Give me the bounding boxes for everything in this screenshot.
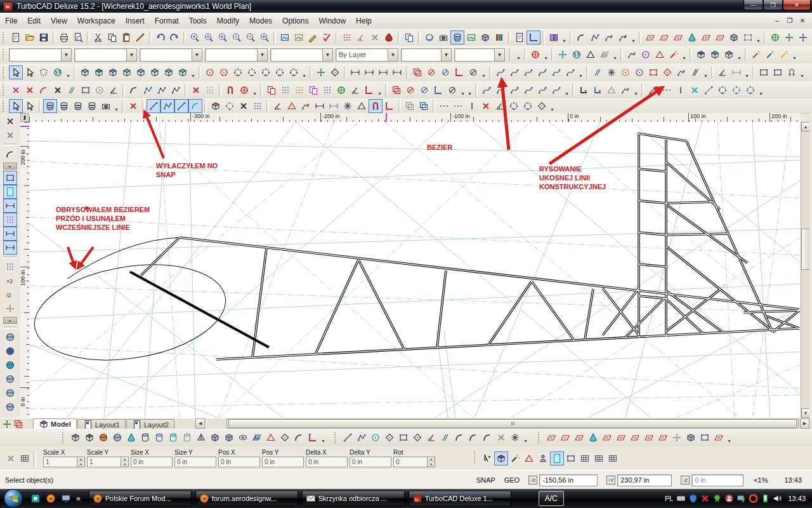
toolbar-icon-cu-t[interactable] <box>92 65 106 79</box>
toolbar-icon-s3-d[interactable] <box>3 372 17 386</box>
property-combo-1[interactable]: ▼ <box>74 48 137 62</box>
tray-opera-icon[interactable] <box>749 494 758 504</box>
toolbar-icon-cn[interactable] <box>586 431 600 444</box>
toolbar-icon-an-g[interactable] <box>354 30 368 44</box>
toolbar-icon-qq-r[interactable] <box>424 65 438 79</box>
toolbar-icon-bz-3[interactable] <box>535 65 549 79</box>
toolbar-expand-icon[interactable]: ▾ <box>726 431 733 444</box>
x-coordinate-field[interactable]: -150,56 in <box>539 474 598 486</box>
toolbar-icon-xx-g[interactable] <box>368 30 382 44</box>
field-input-size-x[interactable]: 0 in <box>131 457 173 467</box>
toolbar-icon-pa-q[interactable] <box>299 99 313 113</box>
toolbar-icon-mgn[interactable] <box>369 99 383 113</box>
toolbar-icon-wp-m[interactable] <box>656 431 670 444</box>
toolbar-icon-gl[interactable] <box>51 65 65 79</box>
toolbar-icon-ci-g[interactable] <box>93 83 107 97</box>
toolbar-icon-gr3[interactable] <box>250 431 264 444</box>
toolbar-icon-di-w[interactable] <box>327 99 341 113</box>
toolbar-icon-s3-c[interactable] <box>3 358 17 372</box>
toolbar-icon-pa-r[interactable] <box>625 48 639 62</box>
toolbar-icon-na[interactable] <box>480 451 494 465</box>
field-spinner[interactable]: ▲▼ <box>121 457 128 467</box>
toolbar-icon-rc[interactable] <box>396 431 410 444</box>
toolbar-icon-bz-g[interactable] <box>563 65 577 79</box>
toolbar-icon-an-k[interactable] <box>107 83 121 97</box>
toolbar-icon-wp-a[interactable] <box>572 431 586 444</box>
toolbar-icon-dt[interactable] <box>437 99 451 113</box>
toolbar-icon-cu-n[interactable] <box>82 431 96 444</box>
z-coordinate-field[interactable]: 0 in <box>691 474 743 486</box>
toolbar-icon-st-4[interactable] <box>508 431 522 444</box>
toolbar-icon-gd-r[interactable] <box>340 30 354 44</box>
toolbar-icon-cp-b[interactable] <box>402 30 416 44</box>
property-combo-6[interactable]: ▼ <box>401 48 452 62</box>
ac-power-button[interactable]: A/C <box>539 491 564 506</box>
toolbar-icon-mg-s[interactable] <box>258 30 272 44</box>
tab-scroll-right-button[interactable]: ▶ <box>800 418 809 429</box>
toolbar-expand-icon[interactable]: ▾ <box>190 66 197 79</box>
toolbar-icon-rr-g[interactable] <box>403 99 417 113</box>
toolbar-icon-gr3-g[interactable] <box>598 48 612 62</box>
toolbar-icon-rc-g[interactable] <box>741 30 755 44</box>
toolbar-icon-rr[interactable] <box>410 65 424 79</box>
mdi-minimize-button[interactable]: – <box>773 17 782 24</box>
chevron-down-icon[interactable]: ▼ <box>192 49 202 61</box>
toolbar-icon-dm-4[interactable] <box>383 431 396 444</box>
toolbar-expand-icon[interactable]: ▾ <box>799 66 806 79</box>
toolbar-icon-mgn[interactable] <box>223 83 237 97</box>
toolbar-icon-bx-k[interactable] <box>478 30 492 44</box>
toolbar-icon-mg-w[interactable] <box>230 30 244 44</box>
toolbar-icon-bz-s[interactable] <box>508 65 521 79</box>
taskbar-button[interactable]: Skrzynka odbiorcza ... <box>302 491 405 506</box>
ruler-corner[interactable]: ⮭ <box>20 113 29 122</box>
toolbar-icon-s3-h[interactable] <box>110 431 124 444</box>
tab-layout1[interactable]: Layout1 <box>77 419 126 429</box>
language-indicator[interactable]: PL <box>665 495 673 502</box>
toolbar-icon-pl-u[interactable] <box>155 83 169 97</box>
toolbar-icon-sv[interactable] <box>37 30 51 44</box>
toolbar-icon-qq-b[interactable] <box>438 65 452 79</box>
quick-launch-more[interactable]: » <box>76 494 81 503</box>
toolbar-icon-wp-a[interactable] <box>671 30 685 44</box>
toolbar-icon-sp[interactable] <box>536 451 550 465</box>
toolbar-icon-di-q[interactable] <box>313 99 327 113</box>
toolbar-icon-dm-r[interactable] <box>660 65 674 79</box>
tray-phone-icon[interactable] <box>761 494 770 504</box>
toolbar-icon-cn-k[interactable] <box>124 431 138 444</box>
toolbar-expand-icon[interactable]: ▾ <box>113 100 120 112</box>
field-input-delta-x[interactable]: 0 in <box>306 457 348 467</box>
toolbar-icon-im-n[interactable] <box>464 30 478 44</box>
toolbar-icon-xx-m[interactable] <box>9 83 23 97</box>
toolbar-icon-cp-r[interactable] <box>265 83 278 97</box>
toolbar-icon-gd-m[interactable] <box>3 213 17 227</box>
toolbar-icon-xx-c[interactable] <box>688 83 702 97</box>
toolbar-icon-wp-g[interactable] <box>558 431 572 444</box>
toolbar-icon-xx-q[interactable] <box>189 83 203 97</box>
menu-modes[interactable]: Modes <box>244 15 277 27</box>
toolbar-icon-to[interactable] <box>236 431 250 444</box>
toolbar-icon-di-g[interactable] <box>730 65 743 79</box>
toolbar-icon-x2[interactable]: ×2 <box>3 274 17 288</box>
toolbar-icon-ls[interactable] <box>37 65 51 79</box>
toolbar-icon-wd-y[interactable] <box>777 48 791 62</box>
toolbar-icon-cy[interactable] <box>138 431 152 444</box>
toolbar-icon-xx-r[interactable] <box>23 83 37 97</box>
menu-edit[interactable]: Edit <box>22 15 46 27</box>
toolbar-icon-ce-4[interactable] <box>287 65 301 79</box>
toolbar-expand-icon[interactable]: ▾ <box>65 66 72 79</box>
toolbar-icon-bx-t[interactable] <box>222 431 236 444</box>
toolbar-icon-crn-3[interactable] <box>306 431 320 444</box>
toolbar-icon-cu[interactable] <box>78 65 92 79</box>
tab-layout2[interactable]: Layout2 <box>126 419 174 429</box>
chevron-down-icon[interactable]: ▼ <box>441 49 451 61</box>
tray-badge-icon[interactable] <box>712 494 722 504</box>
toolbar-icon-sh8[interactable] <box>43 99 57 113</box>
toolbar-icon-di[interactable] <box>348 65 362 79</box>
toolbar-icon-s3-f[interactable] <box>3 400 17 414</box>
toolbar-icon-ar-L[interactable] <box>127 83 141 97</box>
toolbar-icon-mg-m[interactable] <box>202 30 216 44</box>
toolbar-icon-pl-s[interactable] <box>160 99 174 113</box>
field-input-scale-x[interactable]: 1▲▼ <box>43 457 85 467</box>
toolbar-icon-bz[interactable] <box>494 65 508 79</box>
taskbar-button[interactable]: Polskie Forum Mod... <box>89 491 192 506</box>
